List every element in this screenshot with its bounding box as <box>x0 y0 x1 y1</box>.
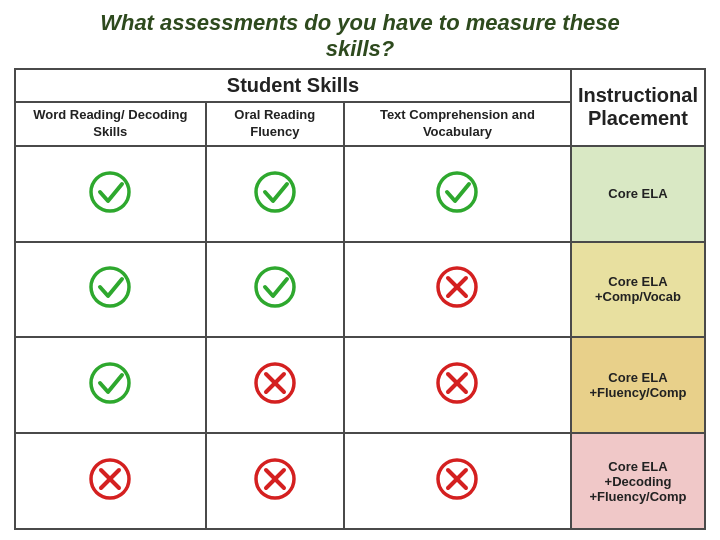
table-row: Core ELA +Decoding +Fluency/Comp <box>15 433 705 529</box>
title-line1: What assessments do you have to measure … <box>14 10 706 36</box>
student-skills-header: Student Skills <box>15 69 571 102</box>
check-icon <box>435 170 479 214</box>
svg-point-2 <box>438 173 476 211</box>
placement-cell: Core ELA +Decoding +Fluency/Comp <box>571 433 705 529</box>
col-header-oral-reading: Oral Reading Fluency <box>206 102 344 146</box>
col-header-word-reading: Word Reading/ Decoding Skills <box>15 102 206 146</box>
check-icon <box>253 170 297 214</box>
cross-icon <box>88 457 132 501</box>
cross-icon <box>435 457 479 501</box>
cross-icon <box>435 361 479 405</box>
check-icon <box>253 265 297 309</box>
cross-icon <box>435 265 479 309</box>
svg-point-4 <box>256 268 294 306</box>
svg-point-0 <box>91 173 129 211</box>
check-icon <box>88 265 132 309</box>
check-icon <box>88 361 132 405</box>
svg-point-3 <box>91 268 129 306</box>
check-icon <box>88 170 132 214</box>
title-area: What assessments do you have to measure … <box>14 10 706 62</box>
cross-icon <box>253 361 297 405</box>
page-wrapper: What assessments do you have to measure … <box>0 0 720 540</box>
placement-cell: Core ELA +Comp/Vocab <box>571 242 705 338</box>
title-line2: skills? <box>14 36 706 62</box>
main-table: Student Skills Instructional Placement W… <box>14 68 706 530</box>
svg-point-8 <box>91 364 129 402</box>
placement-cell: Core ELA +Fluency/Comp <box>571 337 705 433</box>
instructional-placement-header: Instructional Placement <box>571 69 705 146</box>
table-row: Core ELA <box>15 146 705 242</box>
table-row: Core ELA +Comp/Vocab <box>15 242 705 338</box>
placement-cell: Core ELA <box>571 146 705 242</box>
svg-point-1 <box>256 173 294 211</box>
cross-icon <box>253 457 297 501</box>
col-header-text-comprehension: Text Comprehension and Vocabulary <box>344 102 571 146</box>
table-row: Core ELA +Fluency/Comp <box>15 337 705 433</box>
